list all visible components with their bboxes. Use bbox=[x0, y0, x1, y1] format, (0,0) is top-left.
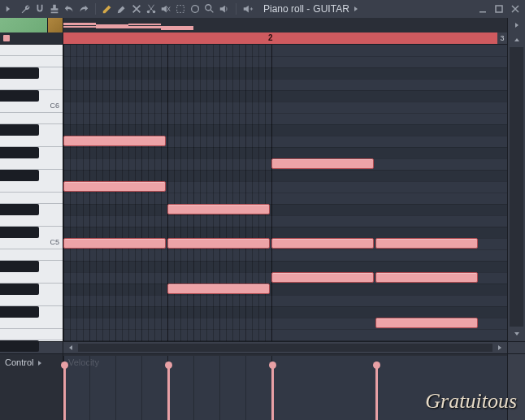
note[interactable] bbox=[63, 238, 166, 249]
velocity-label: Velocity bbox=[68, 357, 99, 367]
zoom-icon[interactable] bbox=[204, 3, 215, 15]
control-scroll-corner bbox=[507, 354, 525, 420]
stamp-icon[interactable] bbox=[49, 3, 60, 15]
note[interactable] bbox=[63, 181, 166, 192]
scroll-up-button[interactable] bbox=[508, 32, 525, 47]
note[interactable] bbox=[63, 136, 166, 146]
hscroll-right-corner bbox=[507, 342, 525, 353]
black-key[interactable] bbox=[0, 227, 39, 238]
scroll-down-button[interactable] bbox=[508, 327, 525, 341]
velocity-marker[interactable] bbox=[271, 365, 274, 420]
undo-icon[interactable] bbox=[63, 3, 75, 15]
hscroll-track[interactable] bbox=[78, 344, 492, 352]
velocity-marker[interactable] bbox=[63, 365, 66, 420]
title-chevron-icon bbox=[353, 6, 359, 12]
menu-icon[interactable] bbox=[5, 3, 16, 15]
close-icon[interactable] bbox=[510, 4, 520, 14]
black-key[interactable] bbox=[0, 170, 39, 181]
window-controls bbox=[478, 4, 520, 14]
control-label-column[interactable]: Control bbox=[0, 354, 63, 420]
piano-keyboard[interactable]: C6C5 bbox=[0, 45, 63, 341]
note[interactable] bbox=[271, 272, 374, 283]
redo-icon[interactable] bbox=[78, 3, 89, 15]
black-key[interactable] bbox=[0, 284, 39, 295]
title-bar: Piano roll - GUITAR bbox=[0, 0, 525, 18]
svg-rect-2 bbox=[177, 6, 184, 13]
control-lane: Control Velocity bbox=[0, 353, 525, 420]
scroll-right-button[interactable] bbox=[492, 342, 507, 353]
pencil-icon[interactable] bbox=[102, 3, 113, 15]
control-chevron-icon bbox=[37, 360, 43, 366]
toolbar bbox=[5, 3, 254, 15]
minimap-scroll-right[interactable] bbox=[507, 18, 525, 32]
cut-icon[interactable] bbox=[145, 3, 157, 15]
control-label: Control bbox=[5, 357, 33, 367]
vscroll-track[interactable] bbox=[510, 47, 523, 327]
audio-in-icon[interactable] bbox=[242, 3, 254, 15]
svg-point-3 bbox=[192, 6, 199, 13]
black-key[interactable] bbox=[0, 340, 39, 352]
black-key[interactable] bbox=[0, 204, 39, 215]
title-prefix: Piano roll - bbox=[263, 3, 310, 15]
note[interactable] bbox=[375, 318, 478, 328]
bar-number: 2 bbox=[268, 33, 273, 42]
grid-canvas[interactable] bbox=[63, 45, 507, 341]
loop-icon[interactable] bbox=[189, 3, 201, 15]
velocity-marker[interactable] bbox=[167, 365, 170, 420]
window-title[interactable]: Piano roll - GUITAR bbox=[263, 3, 359, 15]
select-icon[interactable] bbox=[175, 3, 186, 15]
ruler-end-marker: 3 bbox=[497, 32, 507, 44]
black-key[interactable] bbox=[0, 261, 39, 272]
chevron-right-icon bbox=[497, 344, 503, 351]
title-instrument: GUITAR bbox=[313, 3, 349, 15]
minimap[interactable] bbox=[63, 18, 507, 32]
note[interactable] bbox=[375, 238, 478, 249]
piano-column: C6C5 bbox=[0, 32, 63, 341]
piano-roll-main: C6C5 3 2 bbox=[0, 32, 525, 341]
svg-point-4 bbox=[206, 5, 211, 11]
note[interactable] bbox=[375, 272, 478, 283]
black-key[interactable] bbox=[0, 124, 39, 136]
svg-rect-5 bbox=[479, 11, 486, 13]
black-key[interactable] bbox=[0, 306, 39, 318]
minimap-corner[interactable] bbox=[0, 18, 63, 32]
maximize-icon[interactable] bbox=[494, 4, 504, 14]
chevron-right-icon bbox=[514, 22, 520, 28]
note-grid[interactable]: 3 2 bbox=[63, 32, 507, 341]
chevron-down-icon bbox=[514, 331, 520, 337]
velocity-marker[interactable] bbox=[375, 365, 378, 420]
black-key[interactable] bbox=[0, 147, 39, 158]
key-label-C5: C5 bbox=[50, 238, 59, 340]
wrench-icon[interactable] bbox=[20, 3, 31, 15]
velocity-lane[interactable]: Velocity bbox=[63, 354, 507, 420]
horizontal-scrollbar[interactable] bbox=[0, 341, 525, 353]
note-color-swatch[interactable] bbox=[0, 32, 63, 45]
minimize-icon[interactable] bbox=[478, 4, 488, 14]
scroll-left-button[interactable] bbox=[63, 342, 78, 353]
magnet-icon[interactable] bbox=[34, 3, 46, 15]
volume-icon[interactable] bbox=[219, 3, 230, 15]
brush-icon[interactable] bbox=[116, 3, 128, 15]
note[interactable] bbox=[167, 238, 270, 249]
speaker-off-icon[interactable] bbox=[160, 3, 171, 15]
black-key[interactable] bbox=[0, 67, 39, 79]
svg-rect-6 bbox=[496, 6, 502, 12]
chevron-up-icon bbox=[514, 37, 520, 43]
vertical-scrollbar[interactable] bbox=[507, 32, 525, 341]
note[interactable] bbox=[271, 158, 374, 169]
mute-icon[interactable] bbox=[131, 3, 142, 15]
black-key[interactable] bbox=[0, 90, 39, 102]
chevron-left-icon bbox=[67, 344, 74, 351]
timeline-ruler[interactable]: 3 2 bbox=[63, 32, 507, 45]
note[interactable] bbox=[167, 204, 270, 214]
note[interactable] bbox=[271, 238, 374, 249]
minimap-row bbox=[0, 18, 525, 32]
note[interactable] bbox=[167, 284, 270, 294]
